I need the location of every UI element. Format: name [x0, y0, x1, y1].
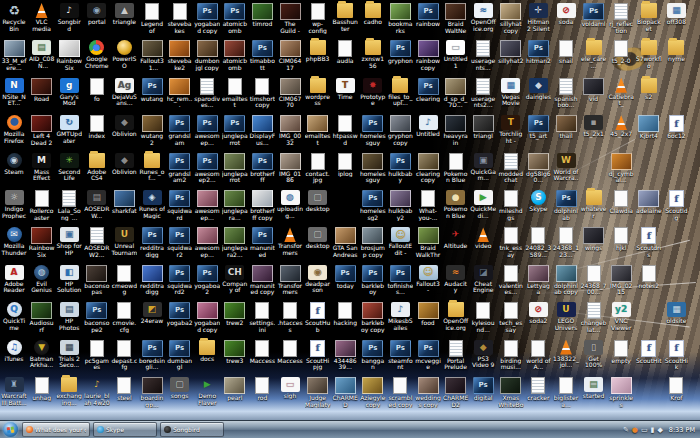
desktop-icon[interactable]: Rainbow Six Vegas: [56, 40, 82, 71]
desktop-icon[interactable]: Psbarkleboy: [360, 265, 386, 296]
desktop-icon[interactable]: Pshomelessg2: [360, 190, 386, 221]
taskbar-button-firefox[interactable]: What does your desk...: [22, 422, 90, 437]
desktop-icon[interactable]: Rainbow Six Vegas 2: [29, 227, 55, 258]
desktop-icon[interactable]: PowerISO: [111, 40, 137, 69]
desktop-icon[interactable]: ≈OpenOffice.org 3.2: [470, 3, 496, 32]
desktop-icon[interactable]: ▦oldsite: [663, 302, 689, 325]
desktop-icon[interactable]: kylesound...: [470, 302, 496, 333]
desktop-icon[interactable]: Psyogaboa2: [194, 265, 220, 296]
desktop-icon[interactable]: SSkype: [525, 190, 551, 213]
desktop-icon[interactable]: Road: [29, 78, 55, 103]
desktop-icon[interactable]: Basshunter: [332, 3, 358, 32]
desktop-icon[interactable]: Adobe CS4: [84, 153, 110, 182]
desktop-icon[interactable]: ✸Prototype: [360, 78, 386, 107]
desktop-icon[interactable]: ≈Audacity: [443, 265, 469, 294]
taskbar-clock[interactable]: 8:33 PM: [666, 426, 695, 434]
desktop-icon[interactable]: Pssquidwar2: [167, 227, 193, 258]
desktop-icon[interactable]: CIM06770: [277, 78, 303, 109]
desktop-icon[interactable]: heavyrain: [443, 115, 469, 146]
desktop-icon[interactable]: Biopacket: [636, 3, 662, 32]
desktop-icon[interactable]: Pshomelessguy: [360, 115, 386, 146]
desktop-icon[interactable]: Psbrotherfff: [249, 153, 275, 184]
desktop-icon[interactable]: Psgrandslam2: [167, 153, 193, 184]
desktop-icon[interactable]: cmeowdg: [111, 265, 137, 296]
desktop-icon[interactable]: ChARMED2: [443, 377, 469, 408]
desktop-icon[interactable]: AAdobe Reader 9: [1, 265, 27, 294]
desktop-icon[interactable]: ☼Indigo Prophec...: [1, 190, 27, 219]
desktop-icon[interactable]: ✈Altitude: [443, 227, 469, 250]
desktop-icon[interactable]: Judge Magilaty: [305, 377, 331, 408]
desktop-icon[interactable]: fScoutHipjg: [305, 340, 331, 371]
desktop-icon[interactable]: ◆Oblivion: [111, 153, 137, 176]
desktop-icon[interactable]: redditradigg: [139, 265, 165, 296]
desktop-icon[interactable]: cracker: [525, 377, 551, 402]
desktop-icon[interactable]: Mozilla Firefox: [1, 115, 27, 144]
desktop-icon[interactable]: ♪MikesbSailes: [387, 302, 413, 331]
desktop-icon[interactable]: Psmanunited: [249, 227, 275, 258]
desktop-icon[interactable]: IMG_0032: [277, 115, 303, 146]
desktop-icon[interactable]: ♪Songbird: [56, 3, 82, 32]
desktop-icon[interactable]: ▤HP Photosma...: [56, 302, 82, 331]
desktop-icon[interactable]: ▣Shop for HP Supplies: [56, 227, 82, 256]
desktop-icon[interactable]: AgDejaVuSans...: [111, 78, 137, 107]
color-icon[interactable]: ●: [632, 426, 638, 434]
desktop-icon[interactable]: Maccess: [249, 340, 275, 365]
desktop-icon[interactable]: ▤started: [581, 377, 607, 400]
desktop-icon[interactable]: ◍uploading...: [277, 190, 303, 219]
desktop-icon[interactable]: ◉portal: [84, 3, 110, 26]
desktop-icon[interactable]: ◍Evil Genius: [29, 265, 55, 294]
desktop-icon[interactable]: Lala_Song_...: [56, 190, 82, 221]
desktop-icon[interactable]: VLC media player: [29, 3, 55, 32]
desktop-icon[interactable]: food: [415, 302, 441, 327]
desktop-icon[interactable]: The Guild - Do You W...: [277, 3, 303, 34]
desktop-icon[interactable]: ⊘soda2: [525, 302, 551, 325]
desktop-icon[interactable]: hacking: [332, 302, 358, 327]
desktop-icon[interactable]: Psbanggan: [360, 340, 386, 371]
desktop-icon[interactable]: scrambled copy: [387, 377, 413, 408]
desktop-icon[interactable]: snail: [553, 40, 579, 65]
desktop-icon[interactable]: TTorchlight - Demo: [498, 115, 524, 144]
desktop-icon[interactable]: Left 4 Dead 2: [29, 115, 55, 146]
desktop-icon[interactable]: triangl: [470, 115, 496, 140]
desktop-icon[interactable]: ✛Hitman 2 Silent A...: [525, 3, 551, 32]
desktop-icon[interactable]: wutang2: [139, 115, 165, 146]
desktop-icon[interactable]: ♫iTunes: [1, 340, 27, 363]
desktop-icon[interactable]: empty: [608, 340, 634, 365]
desktop-icon[interactable]: settings.ini: [249, 302, 275, 333]
desktop-icon[interactable]: steel: [111, 377, 137, 402]
desktop-icon[interactable]: NNSite_NET...: [1, 78, 27, 107]
desktop-icon[interactable]: ▪t5_2x1: [581, 115, 607, 138]
desktop-icon[interactable]: Pokemon Blue Ed: [443, 153, 469, 184]
desktop-icon[interactable]: Psawesomep2...: [194, 153, 220, 184]
desktop-icon[interactable]: ●Pokemon Blue: [443, 190, 469, 219]
desktop-icon[interactable]: IMG_0186: [277, 153, 303, 184]
desktop-icon[interactable]: notes2: [636, 265, 662, 290]
start-button[interactable]: [3, 422, 18, 437]
desktop-icon[interactable]: Xmas WhiteBoy: [498, 377, 524, 408]
desktop-icon[interactable]: ◆daingles: [525, 78, 551, 101]
desktop-icon[interactable]: ☺Fallout3 - Shortcut: [415, 265, 441, 294]
desktop-icon[interactable]: tech_essay: [498, 302, 524, 333]
desktop-icon[interactable]: Pst5_art: [525, 115, 551, 140]
desktop-icon[interactable]: Portal Prelude: [443, 340, 469, 371]
desktop-icon[interactable]: ▭sigh: [277, 377, 303, 400]
network-icon[interactable]: ◆: [657, 426, 662, 434]
desktop-icon[interactable]: emailtest: [222, 78, 248, 109]
desktop-icon[interactable]: Transformers Trailer Bla...: [277, 265, 303, 296]
desktop-icon[interactable]: pearl: [222, 377, 248, 402]
desktop-icon[interactable]: exchanging...: [56, 377, 82, 406]
desktop-icon[interactable]: hulkbaby2: [387, 190, 413, 221]
desktop-icon[interactable]: f6oc12: [663, 115, 689, 140]
desktop-icon[interactable]: biglistera...: [553, 377, 579, 408]
desktop-icon[interactable]: What-you-...: [415, 190, 441, 221]
desktop-icon[interactable]: ▭Untitled 1: [443, 40, 469, 69]
desktop-icon[interactable]: ▢songs: [167, 377, 193, 400]
desktop-icon[interactable]: ▦Trials 2 Seco...: [56, 340, 82, 369]
desktop-icon[interactable]: .htaccess: [277, 302, 303, 333]
desktop-icon[interactable]: wordpress: [305, 78, 331, 107]
desktop-icon[interactable]: bookmarks: [387, 3, 413, 34]
desktop-icon[interactable]: junglepara2...: [222, 227, 248, 258]
desktop-icon[interactable]: ◉Steam: [1, 153, 27, 176]
desktop-icon[interactable]: useragents2...: [470, 78, 496, 109]
desktop-icon[interactable]: awesomep... copy: [194, 190, 220, 221]
